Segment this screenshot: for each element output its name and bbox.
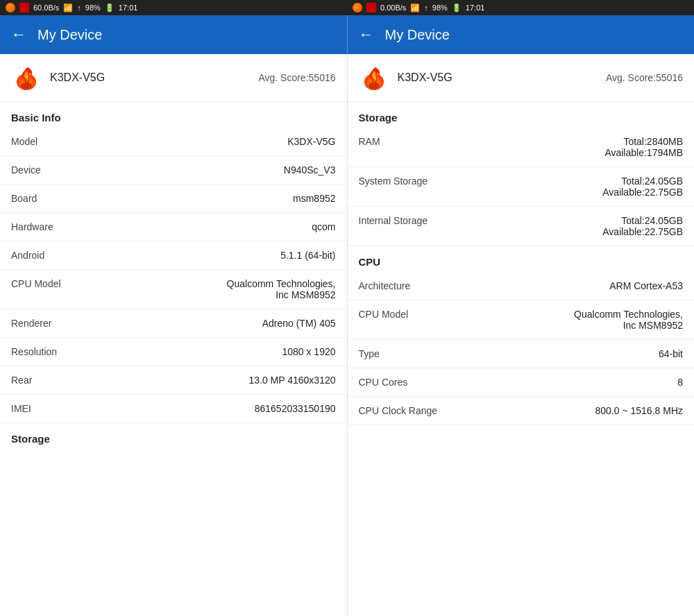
value-hardware: qcom: [159, 221, 336, 232]
label-system-storage: System Storage: [359, 176, 507, 187]
label-cpu-model: CPU Model: [11, 278, 159, 289]
device-header-right: K3DX-V5G Avg. Score:55016: [348, 54, 695, 102]
value-architecture: ARM Cortex-A53: [506, 280, 683, 291]
section-storage-right: Storage: [348, 102, 695, 128]
row-ram: RAM Total:2840MBAvailable:1794MB: [348, 128, 695, 167]
section-storage-left: Storage: [0, 423, 347, 449]
label-model: Model: [11, 136, 159, 147]
label-internal-storage: Internal Storage: [359, 215, 507, 226]
back-button-left[interactable]: ←: [11, 26, 26, 44]
wifi-icon-left: 📶: [63, 3, 73, 12]
row-resolution: Resolution 1080 x 1920: [0, 338, 347, 366]
right-panel: K3DX-V5G Avg. Score:55016 Storage RAM To…: [348, 54, 695, 616]
device-icon-right: [359, 62, 389, 93]
row-device: Device N940Sc_V3: [0, 156, 347, 185]
row-hardware: Hardware qcom: [0, 213, 347, 241]
main-content: K3DX-V5G Avg. Score:55016 Basic Info Mod…: [0, 54, 694, 616]
label-resolution: Resolution: [11, 346, 159, 357]
left-panel: K3DX-V5G Avg. Score:55016 Basic Info Mod…: [0, 54, 347, 616]
value-rear: 13.0 MP 4160x3120: [159, 375, 336, 386]
value-renderer: Adreno (TM) 405: [159, 318, 336, 329]
network-speed-left: 60.0B/s: [33, 3, 59, 12]
nav-panel-left: ← My Device: [0, 15, 347, 54]
app-icon-firefox: [6, 3, 15, 12]
row-internal-storage: Internal Storage Total:24.05GBAvailable:…: [348, 207, 695, 246]
value-model: K3DX-V5G: [159, 136, 336, 147]
label-architecture: Architecture: [359, 280, 507, 291]
status-bar: 60.0B/s 📶 ↑ 98% 🔋 17:01 0.00B/s 📶 ↑ 98% …: [0, 0, 694, 15]
device-name-left: K3DX-V5G: [50, 71, 258, 84]
value-cpu-cores: 8: [506, 377, 683, 388]
battery-percent-right: 98%: [432, 3, 448, 12]
label-cpu-cores: CPU Cores: [359, 377, 507, 388]
value-board: msm8952: [159, 193, 336, 204]
label-hardware: Hardware: [11, 221, 159, 232]
label-cpu-model-right: CPU Model: [359, 309, 507, 320]
svg-point-7: [369, 83, 380, 89]
row-architecture: Architecture ARM Cortex-A53: [348, 272, 695, 300]
nav-title-right: My Device: [385, 27, 450, 43]
status-bar-right: 0.00B/s 📶 ↑ 98% 🔋 17:01: [347, 3, 694, 12]
battery-icon-left: 🔋: [105, 3, 115, 12]
value-system-storage: Total:24.05GBAvailable:22.75GB: [506, 176, 683, 198]
network-speed-right: 0.00B/s: [380, 3, 406, 12]
row-board: Board msm8952: [0, 185, 347, 213]
value-imei: 861652033150190: [159, 403, 336, 414]
signal-left: ↑: [77, 3, 81, 12]
row-cpu-model-right: CPU Model Qualcomm Technologies,Inc MSM8…: [348, 300, 695, 340]
row-rear: Rear 13.0 MP 4160x3120: [0, 366, 347, 395]
row-cpu-model: CPU Model Qualcomm Technologies,Inc MSM8…: [0, 270, 347, 309]
device-name-right: K3DX-V5G: [398, 71, 606, 84]
value-ram: Total:2840MBAvailable:1794MB: [506, 136, 683, 158]
battery-icon-right: 🔋: [452, 3, 462, 12]
value-internal-storage: Total:24.05GBAvailable:22.75GB: [506, 215, 683, 237]
avg-score-left: Avg. Score:55016: [258, 72, 335, 83]
label-ram: RAM: [359, 136, 507, 147]
value-type: 64-bit: [506, 348, 683, 359]
signal-right: ↑: [424, 3, 428, 12]
label-board: Board: [11, 193, 159, 204]
time-left: 17:01: [119, 3, 138, 12]
time-right: 17:01: [466, 3, 485, 12]
label-android: Android: [11, 250, 159, 261]
value-cpu-model-right: Qualcomm Technologies,Inc MSM8952: [506, 309, 683, 331]
status-bar-left: 60.0B/s 📶 ↑ 98% 🔋 17:01: [0, 3, 347, 12]
nav-title-left: My Device: [37, 27, 102, 43]
app-icon-firefox2: [353, 3, 362, 12]
nav-panel-right: ← My Device: [348, 15, 695, 54]
app-icon-antutu2: [366, 3, 376, 12]
value-cpu-model: Qualcomm Technologies,Inc MSM8952: [159, 278, 336, 300]
device-icon-left: [11, 62, 42, 93]
label-rear: Rear: [11, 375, 159, 386]
nav-bar: ← My Device ← My Device: [0, 15, 694, 54]
label-cpu-clock: CPU Clock Range: [359, 405, 507, 416]
section-basic-info: Basic Info: [0, 102, 347, 128]
avg-score-right: Avg. Score:55016: [606, 72, 683, 83]
battery-percent-left: 98%: [85, 3, 101, 12]
label-device: Device: [11, 164, 159, 176]
row-renderer: Renderer Adreno (TM) 405: [0, 309, 347, 338]
label-type: Type: [359, 348, 507, 359]
row-cpu-clock: CPU Clock Range 800.0 ~ 1516.8 MHz: [348, 397, 695, 425]
svg-point-3: [21, 83, 32, 89]
app-icon-antutu: [19, 3, 29, 12]
back-button-right[interactable]: ←: [359, 26, 374, 44]
value-resolution: 1080 x 1920: [159, 346, 336, 357]
value-android: 5.1.1 (64-bit): [159, 250, 336, 261]
value-device: N940Sc_V3: [159, 164, 336, 176]
label-renderer: Renderer: [11, 318, 159, 329]
row-system-storage: System Storage Total:24.05GBAvailable:22…: [348, 167, 695, 207]
row-type: Type 64-bit: [348, 340, 695, 368]
label-imei: IMEI: [11, 403, 159, 414]
section-cpu: CPU: [348, 246, 695, 272]
value-cpu-clock: 800.0 ~ 1516.8 MHz: [506, 405, 683, 416]
row-android: Android 5.1.1 (64-bit): [0, 241, 347, 270]
wifi-icon-right: 📶: [410, 3, 420, 12]
row-imei: IMEI 861652033150190: [0, 395, 347, 423]
device-header-left: K3DX-V5G Avg. Score:55016: [0, 54, 347, 102]
row-model: Model K3DX-V5G: [0, 128, 347, 156]
row-cpu-cores: CPU Cores 8: [348, 368, 695, 397]
